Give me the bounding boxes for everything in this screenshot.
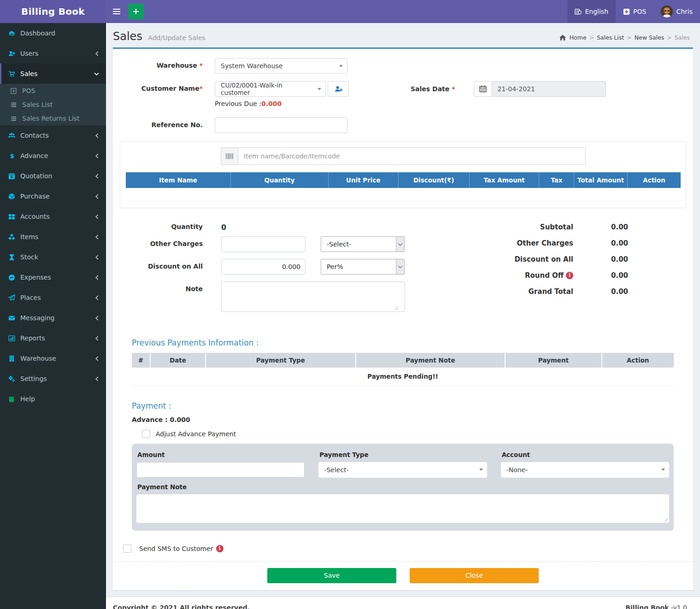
other-charges-type-select[interactable]: -Select- [321,236,405,252]
payments-column-header: Action [602,353,674,368]
sidebar-item-help[interactable]: Help [0,389,106,409]
barcode-addon [221,147,238,165]
round-off-label: Round Off i [498,271,573,280]
payment-note-textarea[interactable] [136,494,669,523]
items-column-header[interactable]: Quantity [231,172,329,188]
warehouse-label: Warehouse * [120,58,215,69]
sidebar-item-label: POS [22,87,35,94]
app-logo[interactable]: Billing Book [0,0,106,23]
contacts-icon [8,132,19,139]
sales-form-panel: Warehouse * System Warehouse Customer Na… [113,47,693,590]
sidebar-item-sales[interactable]: Sales [0,64,106,84]
sidebar-item-advance[interactable]: $ Advance [0,146,106,166]
breadcrumb: Home > Sales List > New Sales > Sales [559,34,690,41]
payments-column-header: # [132,353,150,368]
discount-type-select[interactable]: Per% [321,259,405,275]
sidebar-item-sales-list[interactable]: Sales List [0,98,106,111]
items-column-header[interactable]: Discount(₹) [398,172,469,188]
sidebar-item-sales-returns-list[interactable]: Sales Returns List [0,111,106,125]
previous-due-label: Previous Due : [215,100,261,107]
account-select[interactable]: -None- [501,462,669,478]
item-search-input[interactable] [238,147,586,165]
sidebar-item-accounts[interactable]: Accounts [0,206,106,227]
user-plus-icon [8,50,19,57]
sidebar-item-reports[interactable]: Reports [0,328,106,348]
sidebar-item-label: Sales List [22,101,53,108]
sidebar-item-purchase[interactable]: Purchase [0,186,106,206]
previous-payments-title: Previous Payments Information : [132,338,674,347]
sidebar-toggle-button[interactable] [106,0,127,23]
user-menu[interactable]: Chris [653,0,700,23]
chevron-down-icon [318,88,321,90]
items-column-header[interactable]: Total Amount [574,172,628,188]
language-menu[interactable]: English [567,0,616,23]
required-asterisk: * [200,62,203,69]
sidebar-item-expenses[interactable]: Expenses [0,267,106,287]
sidebar-item-places[interactable]: Places [0,287,106,308]
sidebar-item-dashboard[interactable]: Dashboard [0,23,106,43]
sidebar-item-label: Help [20,395,35,403]
user-name: Chris [676,8,693,15]
hourglass-icon [8,254,19,261]
chevron-down-icon [396,237,404,252]
breadcrumb-new-sales[interactable]: New Sales [635,34,665,41]
note-label: Note [120,281,215,293]
other-charges-input[interactable] [221,236,306,252]
warehouse-select[interactable]: System Warehouse [215,58,347,74]
customer-select[interactable]: CU/02/0001-Walk-in customer [215,81,326,97]
sidebar-item-pos[interactable]: POS [0,84,106,98]
pos-menu[interactable]: POS [616,0,653,23]
amount-input[interactable] [136,462,305,478]
sidebar-item-warehouse[interactable]: Warehouse [0,348,106,369]
items-column-header[interactable]: Tax [539,172,574,188]
dollar-icon: $ [8,152,19,159]
sidebar-item-contacts[interactable]: Contacts [0,125,106,146]
sidebar-item-items[interactable]: Items [0,227,106,247]
sidebar-item-quotation[interactable]: Quotation [0,166,106,186]
add-customer-button[interactable] [328,81,349,97]
breadcrumb-current: Sales [675,34,690,41]
payment-type-value: -Select- [324,466,348,474]
sidebar-item-label: Reports [20,334,45,342]
adjust-advance-checkbox[interactable] [142,430,150,438]
breadcrumb-home[interactable]: Home [570,34,587,41]
version-text: Billing Book -v1.0 [625,604,687,609]
home-icon [559,35,566,41]
discount-on-all-input[interactable] [221,259,306,275]
calendar-button[interactable] [474,81,492,97]
info-icon[interactable]: i [566,272,573,279]
sidebar-item-users[interactable]: Users [0,43,106,64]
chevron-left-icon [95,295,99,300]
note-textarea[interactable] [221,281,405,312]
sidebar-item-settings[interactable]: Settings [0,369,106,389]
quick-add-button[interactable] [128,4,144,19]
sidebar-item-label: Expenses [20,274,51,281]
send-sms-checkbox[interactable] [123,545,131,553]
customer-name-label: Customer Name* [120,81,215,92]
reference-input[interactable] [215,117,347,133]
payment-type-select[interactable]: -Select- [318,462,487,478]
sidebar-item-label: Contacts [20,132,49,139]
sidebar-item-stock[interactable]: Stock [0,247,106,267]
close-button[interactable]: Close [410,568,539,583]
items-section: Item Name Quantity Unit Price Discount(₹… [120,141,686,208]
items-column-header[interactable]: Action [627,172,681,188]
quantity-value: 0 [221,220,226,232]
payment-type-label: Payment Type [319,451,487,458]
items-column-header[interactable]: Tax Amount [469,172,539,188]
info-icon[interactable]: i [216,545,224,552]
sidebar-item-messaging[interactable]: Messaging [0,308,106,328]
sidebar-item-label: Places [20,294,41,301]
cubes-icon [8,234,19,240]
breadcrumb-sales-list[interactable]: Sales List [597,34,624,41]
sales-submenu: POS Sales List Sales Returns List [0,84,106,125]
sales-date-input[interactable]: 21-04-2021 [492,81,606,97]
gears-icon [8,375,19,382]
items-column-header[interactable]: Item Name [126,172,231,188]
items-column-header[interactable]: Unit Price [328,172,398,188]
building-icon [8,355,19,362]
sidebar-item-label: Purchase [20,193,50,200]
chevron-left-icon [95,133,99,138]
account-label: Account [502,451,669,458]
save-button[interactable]: Save [267,568,396,583]
